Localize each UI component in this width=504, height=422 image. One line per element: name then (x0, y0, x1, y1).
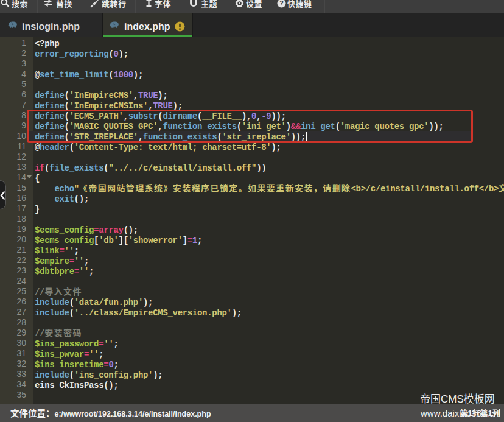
svg-text:?: ? (279, 0, 284, 7)
